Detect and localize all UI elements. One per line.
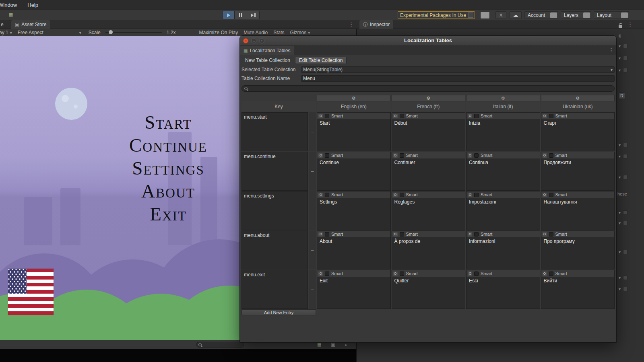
stats-toggle[interactable]: Stats: [273, 30, 284, 35]
strip-foldout[interactable]: [619, 153, 643, 159]
table-collection-name-field[interactable]: Menu: [301, 75, 615, 82]
inspector-menu-icon[interactable]: [627, 21, 633, 27]
strip-field[interactable]: [623, 175, 627, 179]
cloud-button[interactable]: [510, 11, 522, 19]
cell-value[interactable]: À propos de: [392, 237, 465, 269]
strip-field[interactable]: [623, 276, 627, 280]
us-flag-language-button[interactable]: [8, 269, 54, 315]
strip-foldout[interactable]: [619, 209, 643, 216]
smart-checkbox[interactable]: [400, 114, 404, 118]
smart-checkbox[interactable]: [474, 153, 479, 158]
smart-checkbox[interactable]: [549, 114, 553, 118]
cell-value[interactable]: Start: [317, 119, 390, 151]
strip-foldout[interactable]: [619, 55, 643, 61]
cell-value[interactable]: Продовжити: [541, 158, 615, 190]
strip-foldout[interactable]: [619, 142, 643, 148]
game-menu-item-about[interactable]: About: [129, 180, 207, 203]
scale-slider[interactable]: [105, 32, 162, 33]
cell-value[interactable]: Старт: [541, 119, 615, 151]
smart-checkbox[interactable]: [400, 232, 404, 237]
aspect-dropdown[interactable]: Free Aspect: [18, 30, 81, 35]
tab-localization-tables[interactable]: Localization Tables: [240, 46, 294, 55]
column-settings-italian[interactable]: [466, 95, 540, 101]
cell-value[interactable]: Quitter: [392, 277, 465, 309]
smart-checkbox[interactable]: [325, 193, 329, 197]
strip-foldout[interactable]: [619, 286, 643, 292]
preview-package-button[interactable]: [480, 11, 490, 19]
strip-foldout[interactable]: [619, 220, 643, 226]
tab-inspector[interactable]: Inspector: [359, 20, 393, 29]
cell-value[interactable]: Exit: [317, 277, 390, 309]
smart-checkbox[interactable]: [474, 114, 479, 118]
mute-audio-toggle[interactable]: Mute Audio: [244, 30, 268, 35]
smart-checkbox[interactable]: [400, 193, 404, 197]
menu-window[interactable]: Window: [0, 2, 17, 8]
cell-value[interactable]: Про програму: [541, 237, 615, 269]
step-button[interactable]: [247, 11, 260, 19]
cell-value[interactable]: Impostazioni: [466, 198, 540, 230]
game-menu-item-exit[interactable]: Exit: [129, 203, 207, 226]
inspector-lock-icon[interactable]: [619, 25, 622, 28]
row-drag-handle[interactable]: –: [309, 191, 316, 230]
layout-dropdown[interactable]: Layout: [594, 11, 629, 19]
strip-field[interactable]: [623, 56, 627, 60]
account-dropdown[interactable]: Account: [524, 11, 558, 19]
strip-field[interactable]: [623, 250, 627, 254]
smart-checkbox[interactable]: [474, 272, 479, 276]
smart-checkbox[interactable]: [549, 193, 553, 197]
strip-field[interactable]: [623, 143, 627, 147]
collab-button[interactable]: [495, 11, 506, 19]
gizmos-dropdown[interactable]: Gizmos: [290, 30, 310, 35]
smart-checkbox[interactable]: [549, 272, 553, 276]
column-settings-french[interactable]: [392, 95, 466, 101]
key-cell[interactable]: menu.continue: [242, 152, 308, 191]
smart-checkbox[interactable]: [474, 232, 479, 237]
cell-value[interactable]: Settings: [317, 198, 390, 230]
menu-help[interactable]: Help: [27, 2, 38, 8]
layers-dropdown[interactable]: Layers: [561, 11, 591, 19]
strip-field[interactable]: [623, 210, 627, 215]
smart-checkbox[interactable]: [549, 153, 553, 158]
badge-close-box[interactable]: [468, 12, 473, 18]
window-menu-icon[interactable]: [609, 47, 614, 53]
strip-field[interactable]: [623, 287, 627, 291]
cell-value[interactable]: Début: [392, 119, 465, 151]
smart-checkbox[interactable]: [325, 114, 329, 118]
row-drag-handle[interactable]: –: [309, 270, 316, 309]
game-panel-menu-icon[interactable]: [349, 21, 354, 27]
cell-value[interactable]: Réglages: [392, 198, 465, 230]
row-drag-handle[interactable]: –: [309, 112, 316, 151]
key-cell[interactable]: menu.settings: [242, 191, 308, 230]
strip-field[interactable]: [623, 154, 627, 158]
key-cell[interactable]: menu.about: [242, 230, 308, 269]
column-settings-ukrainian[interactable]: [541, 95, 615, 101]
smart-checkbox[interactable]: [325, 153, 329, 158]
smart-checkbox[interactable]: [474, 193, 479, 197]
maximize-on-play-toggle[interactable]: Maximize On Play: [199, 30, 238, 35]
smart-checkbox[interactable]: [400, 153, 404, 158]
pause-button[interactable]: [235, 11, 247, 19]
cell-value[interactable]: Налаштування: [541, 198, 615, 230]
game-menu-item-settings[interactable]: Settings: [129, 157, 207, 180]
tab-asset-store[interactable]: Asset Store: [11, 20, 50, 29]
row-drag-handle[interactable]: –: [309, 152, 316, 191]
strip-r-button[interactable]: R: [619, 93, 625, 99]
add-new-entry-button[interactable]: Add New Entry: [242, 309, 316, 315]
selected-table-collection-dropdown[interactable]: Menu(StringTable): [301, 66, 615, 73]
row-drag-handle[interactable]: –: [309, 230, 316, 269]
key-cell[interactable]: menu.start: [242, 112, 308, 151]
cell-value[interactable]: Continua: [466, 158, 540, 190]
display-dropdown[interactable]: ay 1: [0, 30, 12, 35]
new-table-collection-button[interactable]: New Table Collection: [242, 57, 294, 64]
cell-value[interactable]: About: [317, 237, 390, 269]
cell-value[interactable]: Esci: [466, 277, 540, 309]
window-title-bar[interactable]: × – ▫ Localization Tables: [240, 36, 616, 46]
game-tab-clipped[interactable]: e: [1, 22, 4, 27]
cell-value[interactable]: Informazioni: [466, 237, 540, 269]
smart-checkbox[interactable]: [400, 272, 404, 276]
play-button[interactable]: [222, 11, 235, 19]
console-search-input[interactable]: [196, 342, 244, 348]
strip-field[interactable]: [623, 68, 627, 72]
game-menu-item-continue[interactable]: Continue: [129, 134, 207, 157]
strip-foldout[interactable]: [619, 67, 643, 73]
